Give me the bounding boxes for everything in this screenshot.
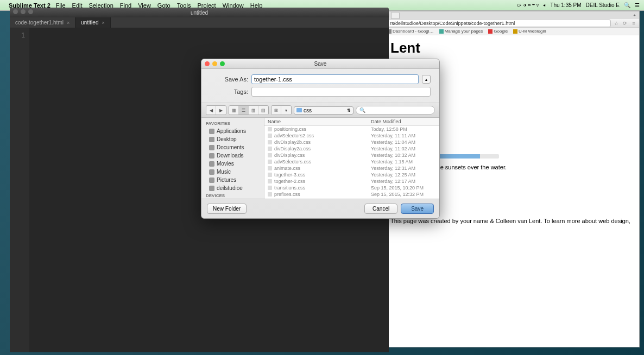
view-icon-4[interactable]: ▤ (258, 106, 268, 115)
sidebar-item-documents[interactable]: Documents (201, 143, 264, 151)
save-button[interactable]: Save (401, 204, 434, 214)
file-row[interactable]: divDisplay2a.cssYesterday, 11:02 AM (264, 145, 439, 152)
file-row[interactable]: transitions.cssSep 15, 2015, 10:20 PM (264, 185, 439, 191)
nav-back-icon[interactable]: ◀ (206, 106, 216, 115)
star-icon[interactable]: ☆ (613, 21, 620, 26)
sidebar-item-movies[interactable]: Movies (201, 160, 264, 168)
dialog-zoom-icon[interactable] (220, 61, 225, 66)
pictures-icon (209, 178, 214, 183)
file-icon (268, 186, 272, 190)
cancel-button[interactable]: Cancel (364, 204, 397, 214)
menu-icon[interactable]: ≡ (630, 21, 637, 26)
applications-icon (209, 129, 214, 134)
file-date: Yesterday, 11:02 AM (371, 146, 436, 151)
file-row[interactable]: prefixes.cssSep 15, 2015, 12:32 PM (264, 191, 439, 198)
file-row[interactable]: advSelectors.cssYesterday, 1:15 AM (264, 159, 439, 165)
file-name: positioning.css (274, 126, 306, 132)
sidebar-item-downloads[interactable]: Downloads (201, 151, 264, 160)
file-date: Sep 15, 2015, 12:15 PM (371, 198, 436, 199)
line-number: 1 (10, 31, 25, 39)
reload-icon[interactable]: ⟳ (622, 21, 628, 26)
sidebar-item-pictures[interactable]: Pictures (201, 176, 264, 184)
bookmark-dashboard[interactable]: Dashboard - Googl… (387, 29, 434, 34)
file-date: Sep 15, 2015, 10:20 PM (371, 185, 436, 191)
view-icon-1[interactable]: ▦ (229, 106, 239, 115)
file-name: transitions.css (274, 185, 305, 191)
dialog-titlebar: Save (201, 59, 439, 69)
tags-input[interactable] (251, 87, 431, 97)
dialog-close-icon[interactable] (205, 61, 210, 66)
save-as-input[interactable] (251, 74, 419, 84)
folder-dropdown[interactable]: css ⇅ (294, 106, 353, 115)
file-row[interactable]: divDisplay.cssYesterday, 10:32 AM (264, 152, 439, 159)
file-row[interactable]: animate.cssYesterday, 12:31 AM (264, 165, 439, 172)
editor-gutter: 1 (10, 28, 29, 352)
folder-dropdown-label: css (304, 107, 312, 113)
file-row[interactable]: divDisplay2b.cssYesterday, 11:04 AM (264, 139, 439, 145)
dialog-minimize-icon[interactable] (212, 61, 217, 66)
view-icon-3[interactable]: ▥ (249, 106, 258, 115)
music-icon (209, 169, 214, 175)
tags-label: Tags: (210, 88, 248, 95)
column-name[interactable]: Name (268, 119, 371, 124)
editor-tab-active[interactable]: untitled × (75, 17, 111, 28)
editor-zoom-icon[interactable] (28, 9, 33, 14)
notification-center-icon[interactable]: ☰ (635, 2, 640, 8)
column-date[interactable]: Date Modified (371, 119, 436, 124)
editor-close-icon[interactable] (13, 9, 18, 14)
bookmark-manage-pages[interactable]: Manage your pages (439, 29, 483, 34)
status-icons[interactable]: ⟳ ◑ ▭ ☁ ᯤ ◀ (516, 2, 546, 8)
nav-forward-icon[interactable]: ▶ (216, 106, 226, 115)
file-name: together-2.css (274, 179, 305, 184)
editor-minimize-icon[interactable] (21, 9, 26, 14)
sidebar-item-desktop[interactable]: Desktop (201, 135, 264, 143)
file-date: Yesterday, 10:32 AM (371, 153, 436, 158)
menubar-clock[interactable]: Thu 1:35 PM (550, 2, 581, 8)
expand-toggle-icon[interactable]: ▴ (422, 75, 431, 84)
file-date: Yesterday, 12:25 AM (371, 172, 436, 178)
view-icon-2[interactable]: ☰ (239, 106, 249, 115)
finder-search[interactable]: 🔍 (356, 106, 435, 115)
editor-tab-label: untitled (81, 20, 98, 26)
editor-tab[interactable]: code-together1.html × (10, 17, 75, 28)
browser-toolbar: rs/deilstudioe/Desktop/CodeSnippets/code… (385, 19, 639, 28)
tab-close-icon[interactable]: × (102, 20, 104, 26)
tab-close-icon[interactable]: × (67, 20, 70, 26)
file-row[interactable]: together-3.cssYesterday, 12:25 AM (264, 172, 439, 178)
new-folder-button[interactable]: New Folder (207, 204, 247, 214)
editor-tabs: code-together1.html × untitled × (10, 17, 389, 28)
save-as-label: Save As: (210, 76, 248, 83)
file-name: divDisplay2b.css (274, 140, 311, 145)
browser-tab[interactable] (391, 12, 400, 19)
bookmark-um-weblogin[interactable]: U-M Weblogin (513, 29, 546, 34)
file-date: Yesterday, 12:31 AM (371, 166, 436, 171)
editor-titlebar: untitled (10, 8, 389, 17)
search-icon: 🔍 (359, 107, 365, 113)
finder-toolbar: ◀ ▶ ▦ ☰ ▥ ▤ ⊞ ▾ css ⇅ 🔍 (201, 103, 439, 118)
menubar-user[interactable]: DEIL Studio E (586, 2, 620, 8)
file-icon (268, 166, 272, 170)
file-icon (268, 153, 272, 157)
finder-sidebar: FAVORITES Applications Desktop Documents… (201, 118, 264, 199)
bookmark-google[interactable]: Google (488, 29, 508, 34)
spotlight-icon[interactable]: 🔍 (624, 2, 630, 8)
file-date: Yesterday, 1:15 AM (371, 159, 436, 164)
sidebar-item-home[interactable]: deilstudioe (201, 184, 264, 192)
save-dialog: Save Save As: ▴ Tags: ◀ ▶ ▦ ☰ ▥ ▤ ⊞ ▾ cs (201, 59, 440, 219)
arrange-icon[interactable]: ⊞ (272, 106, 281, 115)
downloads-icon (209, 153, 214, 159)
file-icon (268, 140, 272, 144)
file-row[interactable]: together-2.cssYesterday, 12:17 AM (264, 178, 439, 185)
file-row[interactable]: boxModel.cssSep 15, 2015, 12:15 PM (264, 198, 439, 199)
sidebar-item-music[interactable]: Music (201, 168, 264, 176)
new-tab-icon[interactable]: + (633, 13, 636, 18)
arrange-dropdown-icon[interactable]: ▾ (281, 106, 291, 115)
file-name: animate.css (274, 166, 300, 171)
sidebar-section-favorites: FAVORITES (201, 120, 264, 127)
sidebar-section-devices: DEVICES (201, 192, 264, 199)
address-bar[interactable]: rs/deilstudioe/Desktop/CodeSnippets/code… (387, 20, 611, 27)
file-row[interactable]: positioning.cssToday, 12:58 PM (264, 126, 439, 132)
file-date: Yesterday, 11:11 AM (371, 133, 436, 138)
sidebar-item-applications[interactable]: Applications (201, 127, 264, 135)
file-row[interactable]: advSelectors2.cssYesterday, 11:11 AM (264, 132, 439, 139)
